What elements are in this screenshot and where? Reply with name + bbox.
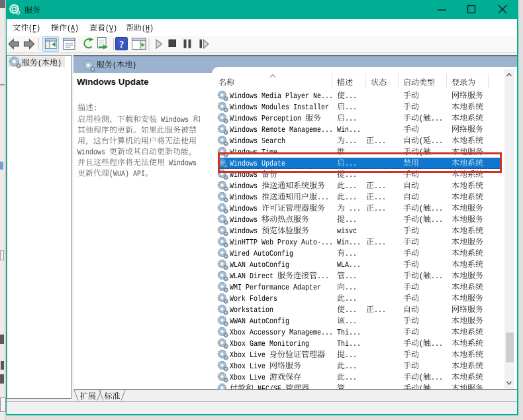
svg-text:?: ?: [119, 39, 124, 50]
